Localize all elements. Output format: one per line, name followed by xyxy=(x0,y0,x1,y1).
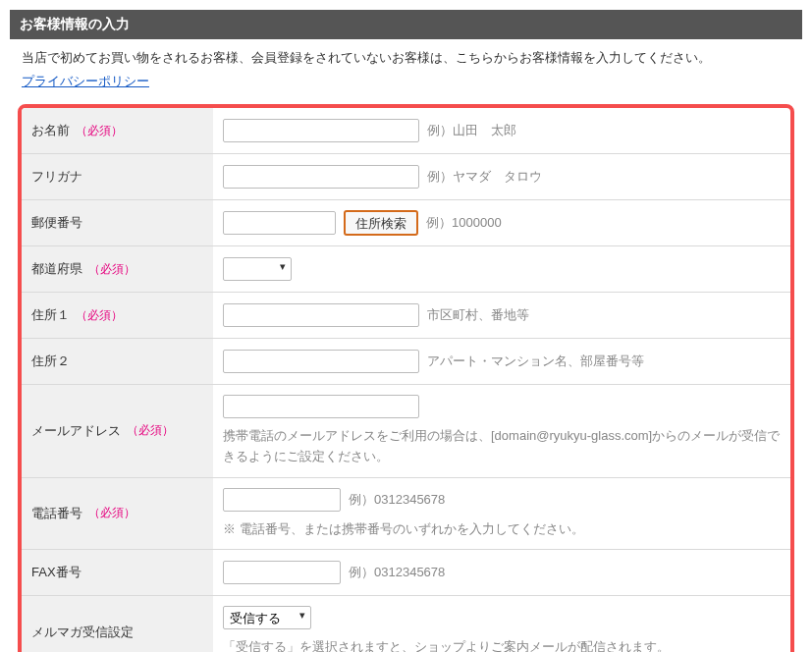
prefecture-select[interactable] xyxy=(223,257,292,281)
label-furigana: フリガナ xyxy=(22,154,213,199)
label-postal-text: 郵便番号 xyxy=(31,214,82,232)
required-marker: （必須） xyxy=(88,261,135,278)
label-addr1: 住所１ （必須） xyxy=(22,293,213,338)
row-fax: FAX番号 例）0312345678 xyxy=(22,549,790,595)
row-addr2: 住所２ アパート・マンション名、部屋番号等 xyxy=(22,338,790,384)
postal-input[interactable] xyxy=(223,211,336,235)
required-marker: （必須） xyxy=(88,505,135,521)
fax-input[interactable] xyxy=(223,561,341,584)
label-fax: FAX番号 xyxy=(22,550,213,595)
customer-form: お名前 （必須） 例）山田 太郎 フリガナ 例）ヤマダ タロウ 郵便番号 住所検… xyxy=(18,104,794,652)
tel-note: ※ 電話番号、または携帯番号のいずれかを入力してください。 xyxy=(223,519,781,540)
addr2-hint: アパート・マンション名、部屋番号等 xyxy=(427,353,644,370)
mailmag-select[interactable]: 受信する xyxy=(223,606,311,629)
row-furigana: フリガナ 例）ヤマダ タロウ xyxy=(22,153,790,199)
row-mailmag: メルマガ受信設定 受信する 「受信する」を選択されますと、ショップよりご案内メー… xyxy=(22,595,790,652)
label-email: メールアドレス （必須） xyxy=(22,385,213,477)
label-mailmag-text: メルマガ受信設定 xyxy=(31,624,134,641)
label-furigana-text: フリガナ xyxy=(31,168,82,186)
email-input[interactable] xyxy=(223,395,419,418)
addr1-input[interactable] xyxy=(223,303,419,327)
fax-example: 例）0312345678 xyxy=(349,564,445,581)
label-tel-text: 電話番号 xyxy=(31,505,82,522)
label-email-text: メールアドレス xyxy=(31,422,121,440)
email-hint: 携帯電話のメールアドレスをご利用の場合は、[domain@ryukyu-glas… xyxy=(223,426,781,467)
label-addr1-text: 住所１ xyxy=(31,306,70,324)
addr2-input[interactable] xyxy=(223,350,419,373)
label-addr2-text: 住所２ xyxy=(31,353,70,370)
row-prefecture: 都道府県 （必須） xyxy=(22,245,790,292)
required-marker: （必須） xyxy=(76,123,123,139)
label-tel: 電話番号 （必須） xyxy=(22,478,213,550)
label-mailmag: メルマガ受信設定 xyxy=(22,596,213,652)
label-addr2: 住所２ xyxy=(22,339,213,384)
address-search-button[interactable]: 住所検索 xyxy=(344,210,418,236)
tel-example: 例）0312345678 xyxy=(349,491,445,509)
row-addr1: 住所１ （必須） 市区町村、番地等 xyxy=(22,292,790,338)
furigana-input[interactable] xyxy=(223,165,419,189)
name-input[interactable] xyxy=(223,119,419,142)
privacy-policy-link[interactable]: プライバシーポリシー xyxy=(10,73,161,100)
intro-text: 当店で初めてお買い物をされるお客様、会員登録をされていないお客様は、こちらからお… xyxy=(10,39,802,73)
row-name: お名前 （必須） 例）山田 太郎 xyxy=(22,108,790,153)
label-prefecture-text: 都道府県 xyxy=(31,260,82,278)
required-marker: （必須） xyxy=(127,422,174,439)
row-tel: 電話番号 （必須） 例）0312345678 ※ 電話番号、または携帯番号のいず… xyxy=(22,477,790,550)
furigana-hint: 例）ヤマダ タロウ xyxy=(427,168,542,186)
label-name-text: お名前 xyxy=(31,122,70,139)
required-marker: （必須） xyxy=(76,307,123,324)
panel-title: お客様情報の入力 xyxy=(10,10,802,39)
label-fax-text: FAX番号 xyxy=(31,564,81,581)
tel-input[interactable] xyxy=(223,488,341,512)
row-postal: 郵便番号 住所検索 例）1000000 xyxy=(22,199,790,245)
postal-hint: 例）1000000 xyxy=(426,214,502,232)
row-email: メールアドレス （必須） 携帯電話のメールアドレスをご利用の場合は、[domai… xyxy=(22,384,790,477)
mailmag-note: 「受信する」を選択されますと、ショップよりご案内メールが配信されます。 xyxy=(223,637,781,652)
label-prefecture: 都道府県 （必須） xyxy=(22,246,213,292)
label-name: お名前 （必須） xyxy=(22,108,213,153)
addr1-hint: 市区町村、番地等 xyxy=(427,306,529,324)
label-postal: 郵便番号 xyxy=(22,200,213,245)
name-hint: 例）山田 太郎 xyxy=(427,122,516,139)
